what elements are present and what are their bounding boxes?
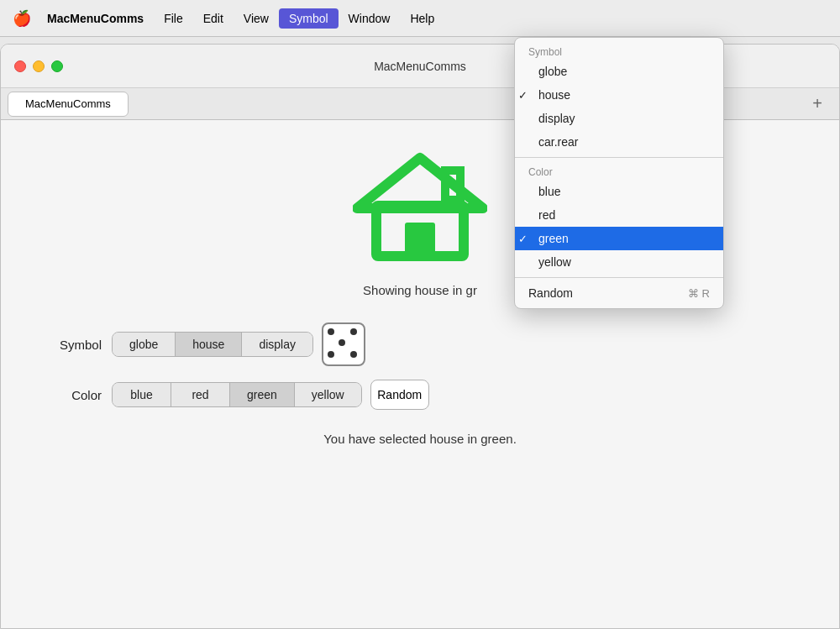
- car-rear-label: car.rear: [538, 135, 578, 149]
- random-color-btn[interactable]: Random: [370, 380, 429, 410]
- minimize-button[interactable]: [33, 60, 45, 72]
- menu-item-blue[interactable]: blue: [515, 180, 723, 203]
- menu-item-red[interactable]: red: [515, 203, 723, 227]
- dot: [350, 328, 357, 335]
- window-menu[interactable]: Window: [339, 8, 401, 29]
- app-name-menu[interactable]: MacMenuComms: [37, 8, 154, 29]
- window-title: MacMenuComms: [374, 60, 466, 73]
- status-partial-text: Showing house in gr: [363, 283, 477, 297]
- color-row: Color blue red green yellow Random: [34, 380, 806, 410]
- color-red-btn[interactable]: red: [171, 383, 230, 406]
- dot: [328, 339, 334, 346]
- house-label: house: [538, 88, 570, 102]
- color-yellow-btn[interactable]: yellow: [295, 383, 361, 406]
- random-shortcut: ⌘ R: [688, 287, 710, 300]
- file-menu[interactable]: File: [154, 8, 193, 29]
- dot: [339, 351, 345, 358]
- globe-label: globe: [538, 65, 567, 78]
- menu-divider-1: [515, 157, 723, 158]
- traffic-lights: [14, 60, 63, 72]
- menu-item-green[interactable]: ✓ green: [515, 227, 723, 250]
- symbol-section-header: Symbol: [515, 41, 723, 60]
- house-icon-display: [353, 145, 487, 266]
- random-label: Random: [528, 286, 573, 300]
- symbol-house-btn[interactable]: house: [176, 333, 242, 356]
- dot: [339, 339, 345, 346]
- house-checkmark: ✓: [518, 89, 528, 102]
- red-label: red: [538, 208, 555, 222]
- random-symbol-dice[interactable]: [322, 322, 365, 366]
- main-tab[interactable]: MacMenuComms: [8, 92, 129, 117]
- symbol-globe-btn[interactable]: globe: [113, 333, 176, 356]
- menu-bar: 🍎 MacMenuComms File Edit View Symbol Win…: [0, 0, 840, 37]
- symbol-menu[interactable]: Symbol: [279, 8, 339, 29]
- svg-rect-2: [405, 223, 435, 256]
- color-blue-btn[interactable]: blue: [113, 383, 171, 406]
- close-button[interactable]: [14, 60, 26, 72]
- symbol-display-btn[interactable]: display: [242, 333, 312, 356]
- color-label: Color: [34, 388, 102, 402]
- green-checkmark: ✓: [518, 233, 528, 245]
- menu-item-globe[interactable]: globe: [515, 60, 723, 83]
- blue-label: blue: [538, 185, 560, 198]
- menu-item-yellow[interactable]: yellow: [515, 250, 723, 274]
- apple-menu[interactable]: 🍎: [7, 9, 37, 28]
- color-section-header: Color: [515, 161, 723, 180]
- menu-divider-2: [515, 277, 723, 278]
- dot: [339, 328, 345, 335]
- color-green-btn[interactable]: green: [230, 383, 295, 406]
- help-menu[interactable]: Help: [400, 8, 444, 29]
- dot: [328, 351, 334, 358]
- apple-icon: 🍎: [13, 9, 31, 28]
- color-segment: blue red green yellow: [112, 382, 362, 407]
- symbol-segment: globe house display: [112, 332, 313, 357]
- yellow-label: yellow: [538, 255, 571, 269]
- menu-item-display[interactable]: display: [515, 107, 723, 130]
- view-menu[interactable]: View: [234, 8, 279, 29]
- symbol-label: Symbol: [34, 338, 102, 352]
- display-label: display: [538, 112, 575, 125]
- house-svg: [353, 145, 487, 263]
- dot: [350, 339, 357, 346]
- add-tab-button[interactable]: +: [806, 92, 829, 116]
- dot: [328, 328, 334, 335]
- bottom-status-text: You have selected house in green.: [323, 432, 517, 446]
- symbol-dropdown-menu: Symbol globe ✓ house display car.rear Co…: [514, 37, 724, 309]
- menu-item-car-rear[interactable]: car.rear: [515, 130, 723, 154]
- maximize-button[interactable]: [51, 60, 63, 72]
- menu-item-house[interactable]: ✓ house: [515, 83, 723, 107]
- dot: [350, 351, 357, 358]
- symbol-row: Symbol globe house display: [34, 322, 806, 366]
- green-label: green: [538, 232, 569, 245]
- menu-item-random[interactable]: Random ⌘ R: [515, 281, 723, 305]
- edit-menu[interactable]: Edit: [193, 8, 234, 29]
